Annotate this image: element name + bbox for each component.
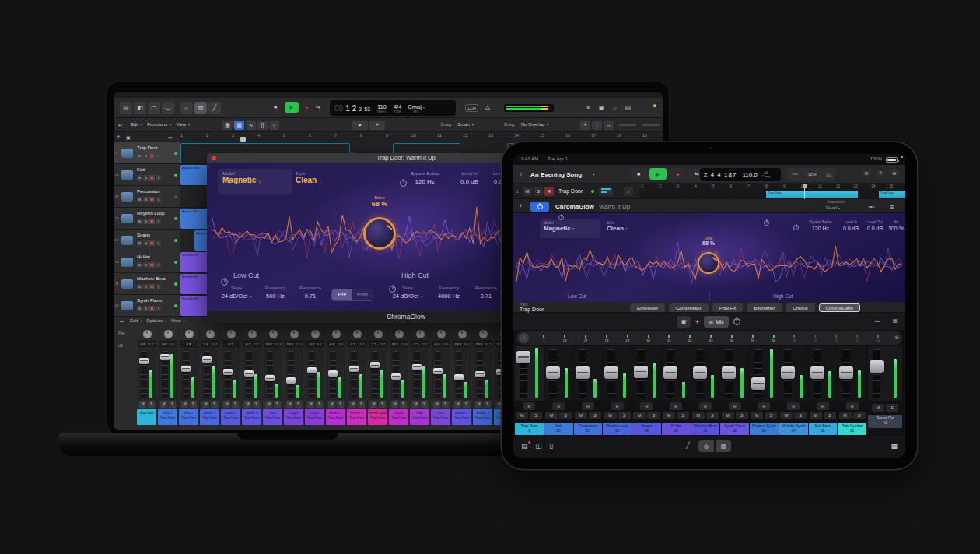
pan-knob[interactable] <box>269 330 278 338</box>
high-cut-frequency[interactable]: Frequency4000 Hz <box>431 286 467 300</box>
mixer-channel-strip[interactable]: R M S Ride Cymbal 36 <box>838 346 866 436</box>
channel-label[interactable]: Ride Cymbal 36 <box>838 423 866 436</box>
fader-handle[interactable] <box>202 356 212 363</box>
fader-handle[interactable] <box>307 367 317 373</box>
solo-button[interactable]: S <box>169 401 176 408</box>
pan-knob[interactable] <box>332 330 341 338</box>
stop-button[interactable]: ■ <box>274 104 277 110</box>
fader-handle[interactable] <box>328 370 338 377</box>
mute-button[interactable]: M <box>722 412 734 419</box>
track-header[interactable]: 30 Hi-Hat M S R I <box>114 251 180 272</box>
overview-channel[interactable]: 29 <box>617 331 638 345</box>
post-button[interactable]: Post <box>352 289 373 300</box>
mixer-channel-strip[interactable]: -6.7-9.5 M S Clap 2 T <box>305 328 326 425</box>
fader-handle[interactable] <box>181 366 191 372</box>
solo-button[interactable]: S <box>484 401 491 408</box>
plugin-chip[interactable]: Chorus <box>786 303 814 312</box>
mute-button[interactable]: M <box>523 187 532 196</box>
overview-channel[interactable]: 39 <box>826 331 847 345</box>
solo-button[interactable]: S <box>618 412 631 419</box>
playhead-marker[interactable] <box>803 184 807 188</box>
add-plugin-button[interactable]: + <box>846 304 850 311</box>
channel-label[interactable]: Hi-Hat 1 Trap Door <box>326 409 345 425</box>
style-selector[interactable]: Style Clean ↕ <box>607 221 628 232</box>
solo-button[interactable]: S <box>400 401 407 408</box>
high-cut-power-icon[interactable] <box>764 220 769 226</box>
channel-label[interactable]: Plucked Synth 33 <box>750 423 779 436</box>
toolbar-icon[interactable]: ⊖ <box>890 169 899 178</box>
duplicate-track-button[interactable]: ▣ <box>126 135 131 140</box>
mixer-channel-strip[interactable]: R M S Percussion 27 <box>574 346 603 436</box>
pan-knob[interactable] <box>143 330 152 338</box>
volume-readout[interactable]: -7.2-22.3 <box>411 340 429 348</box>
channel-label[interactable]: Ride Trap Door <box>410 409 429 425</box>
track-header[interactable]: 29 Snaps M S R I <box>114 230 180 251</box>
mute-button[interactable]: M <box>575 412 587 419</box>
overview-channel[interactable]: 40 <box>846 331 867 345</box>
mute-button[interactable]: M <box>202 401 209 408</box>
count-in-icon[interactable]: 1234 <box>808 172 817 177</box>
mute-button[interactable]: M <box>137 219 142 224</box>
mute-button[interactable]: M <box>692 412 705 419</box>
mute-button[interactable]: M <box>137 240 142 246</box>
record-enable-button[interactable]: R <box>149 175 155 181</box>
channel-label[interactable]: Hi-Hat Open Trap Door <box>368 409 387 425</box>
mute-button[interactable]: M <box>137 153 142 159</box>
back-icon[interactable]: ‹ <box>520 169 523 178</box>
channel-label[interactable]: Melodic Synth 34 <box>779 423 808 436</box>
mute-button[interactable]: M <box>160 401 167 408</box>
solo-button[interactable]: S <box>647 412 660 419</box>
mixer-channel-strip[interactable]: R M S Synth Piano 32 <box>720 346 749 436</box>
record-enable-button[interactable]: R <box>149 284 155 289</box>
mute-button[interactable]: M <box>244 401 251 408</box>
toolbar-icon[interactable]: ▢ <box>148 102 160 114</box>
mute-button[interactable]: M <box>391 401 398 408</box>
volume-readout[interactable]: -13.3-18.7 <box>474 340 492 348</box>
solo-button[interactable]: S <box>530 412 542 419</box>
mixer-channel-strip[interactable]: R M S Sub Bass 35 <box>809 346 838 436</box>
mix-control[interactable]: Mix 100 % <box>888 220 904 231</box>
mute-button[interactable]: M <box>137 284 142 289</box>
model-selector[interactable]: Model Magnetic ↕ <box>218 169 292 194</box>
mixer-channel-strip[interactable]: R M S Kick 26 <box>544 346 573 436</box>
low-cut-frequency[interactable]: Frequency500 Hz <box>258 286 292 300</box>
solo-button[interactable]: S <box>677 412 689 419</box>
mixer-view-button[interactable]: ▥ <box>716 440 731 452</box>
master-channel-strip[interactable]: M S Stereo Out 41 <box>868 346 902 428</box>
fader-handle[interactable] <box>433 368 443 374</box>
track-name[interactable]: Trap Door <box>558 188 583 194</box>
mixer-channel-strip[interactable]: R M S Snaps 29 <box>632 346 661 436</box>
fader-handle[interactable] <box>223 369 233 375</box>
mixer-channel-strip[interactable]: -6.0-10.0 M S Perc Tr <box>431 328 452 425</box>
drive-knob[interactable] <box>698 252 719 274</box>
record-enable-button[interactable]: R <box>149 153 155 159</box>
fader-handle[interactable] <box>693 366 707 379</box>
more-icon[interactable]: ••• <box>869 204 874 209</box>
cursor-tool-menu[interactable]: + <box>369 121 385 130</box>
solo-button[interactable]: S <box>765 412 777 419</box>
low-cut-power-icon[interactable] <box>558 215 564 220</box>
plugin-chip[interactable]: Enveloper <box>630 303 665 312</box>
power-icon[interactable] <box>400 180 407 187</box>
add-track-button[interactable]: + <box>117 134 120 139</box>
input-monitor-button[interactable]: I <box>156 284 161 289</box>
fader-handle[interactable] <box>751 377 765 390</box>
mute-button[interactable]: M <box>433 401 440 408</box>
solo-button[interactable]: S <box>143 197 149 202</box>
mixer-channel-strip[interactable]: R M S Plucked Synth 33 <box>750 346 779 436</box>
record-enable-button[interactable]: R <box>149 262 155 268</box>
playhead-marker[interactable] <box>240 137 246 142</box>
mute-button[interactable]: M <box>137 262 142 268</box>
controls-view-button[interactable]: ◎ <box>698 440 714 452</box>
low-cut-slope[interactable]: Slope24 dB/Oct ▾ <box>218 286 255 300</box>
toolbar-icon[interactable]: I <box>592 121 602 130</box>
toolbar-icon[interactable]: [] <box>257 121 268 130</box>
fader-handle[interactable] <box>160 354 170 360</box>
fader-handle[interactable] <box>839 366 853 379</box>
input-monitor-button[interactable]: I <box>156 153 161 159</box>
duplicate-icon[interactable]: ▣ <box>677 316 691 328</box>
mixer-channel-strip[interactable]: R M S Hi-Hat 30 <box>662 346 691 436</box>
mute-button[interactable]: M <box>349 401 356 408</box>
snap-menu[interactable]: Smart ▾ <box>457 122 474 127</box>
inspector-icon[interactable]: ▯ <box>549 442 553 450</box>
